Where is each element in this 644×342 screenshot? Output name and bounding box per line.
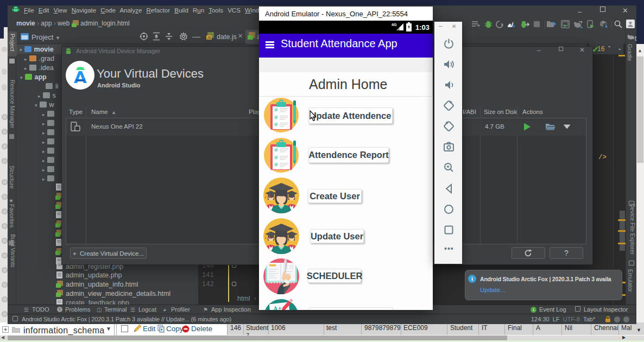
svg-text:JS: JS: [207, 36, 211, 40]
svg-text:A+: A+: [272, 304, 282, 310]
